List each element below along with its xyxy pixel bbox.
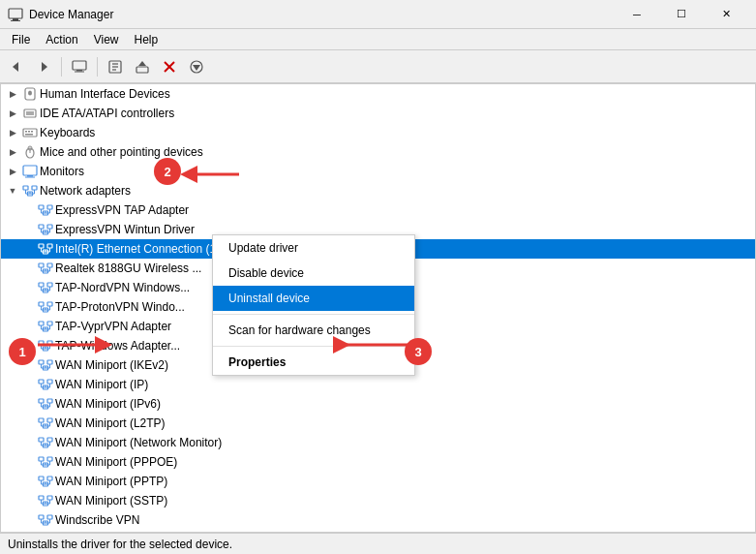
expander-monitors[interactable]: ▶ xyxy=(5,164,20,179)
svg-rect-146 xyxy=(47,496,52,500)
menu-view[interactable]: View xyxy=(86,29,127,49)
wan-netmon-label: WAN Miniport (Network Monitor) xyxy=(55,436,222,449)
ctx-scan-hardware[interactable]: Scan for hardware changes xyxy=(213,318,414,343)
svg-rect-47 xyxy=(39,225,44,229)
ctx-update-driver[interactable]: Update driver xyxy=(213,235,414,261)
svg-rect-32 xyxy=(25,177,35,178)
adapter-icon-6 xyxy=(38,299,53,315)
svg-rect-2 xyxy=(11,20,20,21)
tree-item-wan-l2tp[interactable]: WAN Miniport (L2TP) xyxy=(1,414,755,433)
svg-rect-22 xyxy=(23,129,37,137)
expressvpn-wintun-label: ExpressVPN Wintun Driver xyxy=(55,223,195,236)
tree-item-wan-pptp[interactable]: WAN Miniport (PPTP) xyxy=(1,472,755,491)
svg-rect-0 xyxy=(9,9,22,18)
ctx-uninstall-device[interactable]: Uninstall device xyxy=(213,286,414,311)
ctx-disable-device[interactable]: Disable device xyxy=(213,261,414,286)
keyboards-icon xyxy=(22,125,38,140)
main-content: ▶ Human Interface Devices ▶ IDE ATA/ATAP… xyxy=(0,83,756,533)
svg-rect-34 xyxy=(32,186,37,190)
scan-hardware-button[interactable] xyxy=(184,54,209,79)
maximize-button[interactable]: ☐ xyxy=(659,0,704,29)
hid-icon xyxy=(22,86,38,102)
back-button[interactable] xyxy=(4,54,29,79)
wan-l2tp-label: WAN Miniport (L2TP) xyxy=(55,416,166,430)
windscribe-vpn-label: Windscribe VPN xyxy=(55,513,139,527)
tree-item-windscribe-wintun[interactable]: Windscribe Windtun420 xyxy=(1,530,755,532)
svg-rect-5 xyxy=(73,61,86,70)
menu-help[interactable]: Help xyxy=(127,29,166,49)
toolbar-separator-2 xyxy=(97,57,98,77)
adapter-icon-11 xyxy=(38,396,53,412)
ctx-separator-1 xyxy=(213,314,414,315)
expander-keyboards[interactable]: ▶ xyxy=(5,125,20,140)
svg-rect-124 xyxy=(39,438,44,442)
svg-rect-69 xyxy=(47,283,52,287)
close-button[interactable]: ✕ xyxy=(704,0,748,29)
expander-hid[interactable]: ▶ xyxy=(5,86,20,102)
tree-item-monitors[interactable]: ▶ Monitors xyxy=(1,162,755,181)
tree-item-hid[interactable]: ▶ Human Interface Devices xyxy=(1,84,755,104)
computer-view-button[interactable] xyxy=(67,54,92,79)
svg-marker-3 xyxy=(13,62,18,72)
svg-marker-17 xyxy=(193,65,200,71)
adapter-icon-13 xyxy=(38,435,53,450)
adapter-icon-9 xyxy=(38,357,53,373)
properties-button[interactable] xyxy=(103,54,128,79)
adapter-icon-15 xyxy=(38,474,53,489)
tap-nordvpn-label: TAP-NordVPN Windows... xyxy=(55,281,190,294)
expander-mice[interactable]: ▶ xyxy=(5,144,20,160)
wan-ip-label: WAN Miniport (IP) xyxy=(55,378,148,391)
tree-item-ide[interactable]: ▶ IDE ATA/ATAPI controllers xyxy=(1,104,755,123)
tree-item-wan-pppoe[interactable]: WAN Miniport (PPPOE) xyxy=(1,452,755,472)
svg-rect-25 xyxy=(31,131,33,133)
svg-rect-132 xyxy=(47,457,52,461)
adapter-icon-10 xyxy=(38,377,53,392)
context-menu: Update driver Disable device Uninstall d… xyxy=(212,234,415,376)
svg-rect-83 xyxy=(47,322,52,325)
svg-rect-82 xyxy=(39,322,44,325)
uninstall-device-button[interactable] xyxy=(157,54,182,79)
expander-network[interactable]: ▼ xyxy=(5,183,20,199)
device-tree[interactable]: ▶ Human Interface Devices ▶ IDE ATA/ATAP… xyxy=(1,84,755,532)
svg-rect-131 xyxy=(39,457,44,461)
wan-ikev2-label: WAN Miniport (IKEv2) xyxy=(55,358,168,372)
menu-file[interactable]: File xyxy=(4,29,38,49)
adapter-icon-3 xyxy=(38,241,53,257)
adapter-icon-4 xyxy=(38,261,53,276)
tree-item-windscribe-vpn[interactable]: Windscribe VPN xyxy=(1,510,755,530)
svg-point-19 xyxy=(28,91,32,96)
svg-rect-61 xyxy=(39,263,44,267)
menu-action[interactable]: Action xyxy=(38,29,85,49)
tree-item-wan-sstp[interactable]: WAN Miniport (SSTP) xyxy=(1,491,755,510)
tree-item-expressvpn-tap[interactable]: ExpressVPN TAP Adapter xyxy=(1,200,755,220)
forward-button[interactable] xyxy=(31,54,56,79)
svg-rect-89 xyxy=(39,341,44,345)
svg-rect-104 xyxy=(47,380,52,384)
window-controls: ─ ☐ ✕ xyxy=(615,0,748,29)
driver-update-button[interactable] xyxy=(130,54,155,79)
adapter-icon-16 xyxy=(38,493,53,508)
adapter-icon-5 xyxy=(38,280,53,295)
svg-rect-76 xyxy=(47,302,52,306)
tree-item-wan-ipv6[interactable]: WAN Miniport (IPv6) xyxy=(1,394,755,414)
tree-item-wan-ip[interactable]: WAN Miniport (IP) xyxy=(1,375,755,394)
ctx-properties[interactable]: Properties xyxy=(213,350,414,375)
svg-rect-23 xyxy=(25,131,27,133)
adapter-icon-2 xyxy=(38,222,53,237)
svg-rect-1 xyxy=(13,18,18,20)
expander-ide[interactable]: ▶ xyxy=(5,106,20,121)
status-text: Uninstalls the driver for the selected d… xyxy=(8,538,232,551)
svg-rect-62 xyxy=(47,263,52,267)
wan-sstp-label: WAN Miniport (SSTP) xyxy=(55,494,167,508)
tree-item-network[interactable]: ▼ Network adapters xyxy=(1,181,755,200)
minimize-button[interactable]: ─ xyxy=(615,0,659,29)
tree-item-wan-netmon[interactable]: WAN Miniport (Network Monitor) xyxy=(1,433,755,452)
tap-vyprvpn-label: TAP-VyprVPN Adapter xyxy=(55,320,171,333)
svg-rect-48 xyxy=(47,225,52,229)
tree-item-keyboards[interactable]: ▶ Keyboards xyxy=(1,123,755,142)
realtek-label: Realtek 8188GU Wireless ... xyxy=(55,262,201,275)
svg-rect-97 xyxy=(47,360,52,364)
tree-item-mice[interactable]: ▶ Mice and other pointing devices xyxy=(1,142,755,162)
svg-rect-103 xyxy=(39,380,44,384)
svg-rect-33 xyxy=(23,186,28,190)
